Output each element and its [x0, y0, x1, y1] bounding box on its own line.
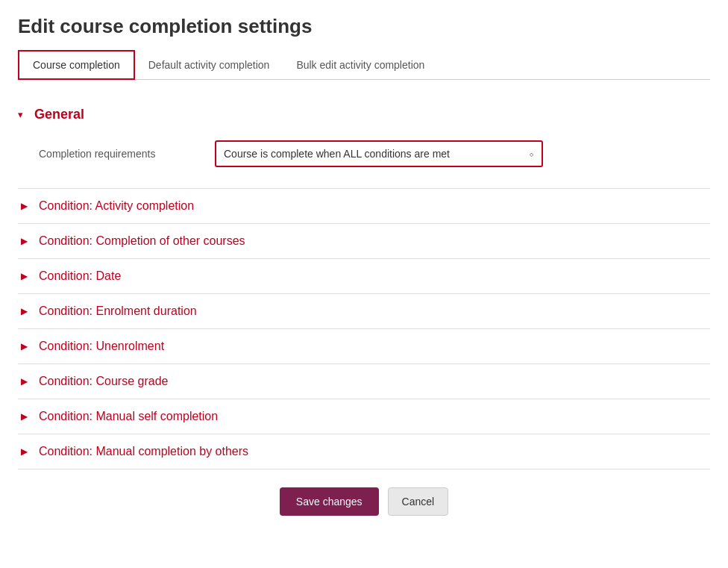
condition-manual-completion-others-section: ▶ Condition: Manual completion by others [18, 434, 710, 469]
general-section-title: General [34, 107, 84, 122]
condition-completion-other-courses-chevron: ▶ [21, 236, 31, 246]
tab-bulk-edit-activity-completion[interactable]: Bulk edit activity completion [283, 50, 438, 80]
tab-course-completion[interactable]: Course completion [18, 50, 135, 80]
page-container: Edit course completion settings Course c… [0, 0, 728, 568]
general-chevron-icon: ▾ [18, 109, 28, 120]
condition-enrolment-duration-chevron: ▶ [21, 306, 31, 316]
condition-date-chevron: ▶ [21, 271, 31, 281]
general-section-content: Completion requirements Course is comple… [18, 128, 710, 188]
completion-requirements-select-wrapper: Course is complete when ALL conditions a… [215, 140, 543, 167]
conditions-list: ▶ Condition: Activity completion ▶ Condi… [18, 188, 710, 469]
condition-activity-completion-chevron: ▶ [21, 201, 31, 211]
general-section: ▾ General Completion requirements Course… [18, 98, 710, 188]
completion-requirements-row: Completion requirements Course is comple… [18, 134, 710, 176]
general-section-header[interactable]: ▾ General [18, 98, 710, 128]
cancel-button[interactable]: Cancel [388, 487, 449, 516]
condition-enrolment-duration-title: Condition: Enrolment duration [39, 305, 197, 318]
condition-manual-self-completion-section: ▶ Condition: Manual self completion [18, 399, 710, 434]
condition-course-grade-section: ▶ Condition: Course grade [18, 363, 710, 399]
condition-date-title: Condition: Date [39, 269, 121, 283]
condition-manual-completion-others-chevron: ▶ [21, 446, 31, 457]
condition-enrolment-duration-header[interactable]: ▶ Condition: Enrolment duration [18, 294, 710, 328]
condition-course-grade-header[interactable]: ▶ Condition: Course grade [18, 364, 710, 399]
condition-activity-completion-section: ▶ Condition: Activity completion [18, 188, 710, 223]
select-arrow-icon: ⬦ [521, 149, 542, 159]
condition-manual-completion-others-title: Condition: Manual completion by others [39, 445, 248, 458]
condition-course-grade-title: Condition: Course grade [39, 375, 168, 388]
condition-completion-other-courses-title: Condition: Completion of other courses [39, 234, 245, 248]
condition-manual-self-completion-title: Condition: Manual self completion [39, 410, 218, 423]
condition-date-section: ▶ Condition: Date [18, 258, 710, 293]
tabs-bar: Course completion Default activity compl… [18, 50, 710, 80]
condition-manual-self-completion-chevron: ▶ [21, 411, 31, 422]
page-title: Edit course completion settings [18, 15, 710, 38]
condition-unenrolment-header[interactable]: ▶ Condition: Unenrolment [18, 329, 710, 363]
footer-actions: Save changes Cancel [18, 469, 710, 528]
condition-unenrolment-section: ▶ Condition: Unenrolment [18, 328, 710, 363]
condition-activity-completion-title: Condition: Activity completion [39, 199, 194, 213]
completion-requirements-label: Completion requirements [39, 148, 203, 160]
condition-unenrolment-chevron: ▶ [21, 341, 31, 352]
condition-course-grade-chevron: ▶ [21, 376, 31, 387]
condition-completion-other-courses-section: ▶ Condition: Completion of other courses [18, 223, 710, 258]
tab-default-activity-completion[interactable]: Default activity completion [135, 50, 283, 80]
condition-manual-self-completion-header[interactable]: ▶ Condition: Manual self completion [18, 399, 710, 434]
condition-enrolment-duration-section: ▶ Condition: Enrolment duration [18, 293, 710, 328]
condition-activity-completion-header[interactable]: ▶ Condition: Activity completion [18, 189, 710, 223]
condition-date-header[interactable]: ▶ Condition: Date [18, 259, 710, 293]
condition-manual-completion-others-header[interactable]: ▶ Condition: Manual completion by others [18, 434, 710, 469]
condition-unenrolment-title: Condition: Unenrolment [39, 340, 164, 353]
completion-requirements-select[interactable]: Course is complete when ALL conditions a… [216, 142, 521, 166]
condition-completion-other-courses-header[interactable]: ▶ Condition: Completion of other courses [18, 224, 710, 258]
save-changes-button[interactable]: Save changes [280, 487, 379, 516]
